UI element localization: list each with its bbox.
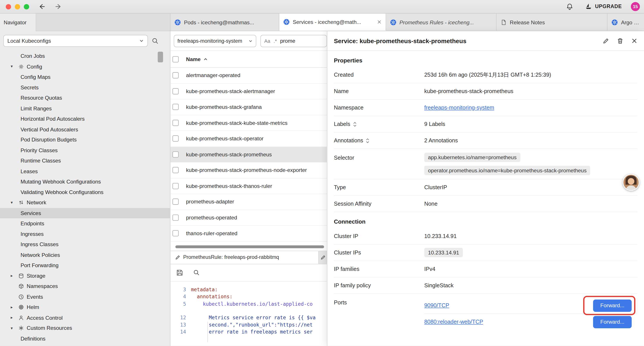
sidebar-group-helm[interactable]: ▸ Helm bbox=[0, 302, 170, 313]
property-label: Annotations bbox=[334, 137, 363, 144]
property-label: Labels bbox=[334, 121, 350, 127]
sidebar-item-horizontal-pod-autoscalers[interactable]: Horizontal Pod Autoscalers bbox=[0, 114, 170, 124]
row-checkbox[interactable] bbox=[172, 151, 179, 157]
sidebar-item-services[interactable]: Services bbox=[0, 208, 170, 218]
sort-ascending-icon[interactable] bbox=[204, 57, 208, 61]
table-row[interactable]: kube-prometheus-stack-operator bbox=[170, 131, 327, 147]
sidebar-group-network[interactable]: ▾ Network bbox=[0, 197, 170, 208]
expand-collapse-icon[interactable] bbox=[353, 121, 357, 127]
table-row-selected[interactable]: kube-prometheus-stack-prometheus bbox=[170, 147, 327, 162]
sidebar-item-ingress-classes[interactable]: Ingress Classes bbox=[0, 239, 170, 250]
sidebar-item-endpoints[interactable]: Endpoints bbox=[0, 218, 170, 229]
row-checkbox[interactable] bbox=[172, 104, 179, 110]
sidebar-group-custom-resources[interactable]: ▾ Custom Resources bbox=[0, 323, 170, 334]
row-checkbox[interactable] bbox=[172, 72, 179, 78]
tab-services[interactable]: Services - icecheng@math... bbox=[279, 13, 386, 31]
table-row[interactable]: kube-prometheus-stack-thanos-ruler bbox=[170, 178, 327, 194]
sidebar-item-secrets[interactable]: Secrets bbox=[0, 82, 170, 93]
forward-port-button[interactable]: Forward... bbox=[593, 299, 632, 312]
sidebar-item-runtime-classes[interactable]: Runtime Classes bbox=[0, 155, 170, 166]
resource-tree: Cron Jobs ▾ Config Config Maps Secrets R… bbox=[0, 50, 170, 344]
labels-count[interactable]: 9 Labels bbox=[424, 121, 638, 127]
editor-tab-prometheusrule[interactable]: PrometheusRule: freeleaps-prod-rabbitmq bbox=[170, 251, 319, 264]
row-checkbox[interactable] bbox=[172, 120, 179, 126]
sidebar-scrollbar-thumb[interactable] bbox=[158, 52, 163, 62]
sidebar-group-config[interactable]: ▾ Config bbox=[0, 61, 170, 72]
table-row[interactable]: kube-prometheus-stack-prometheus-node-ex… bbox=[170, 162, 327, 178]
sidebar-item-priority-classes[interactable]: Priority Classes bbox=[0, 145, 170, 155]
annotations-count[interactable]: 2 Annotations bbox=[424, 137, 638, 144]
table-row[interactable]: kube-prometheus-stack-alertmanager bbox=[170, 83, 327, 99]
sidebar-item-network-policies[interactable]: Network Policies bbox=[0, 250, 170, 260]
sidebar-item-resource-quotas[interactable]: Resource Quotas bbox=[0, 93, 170, 103]
port-link-8080[interactable]: 8080:reloader-web/TCP bbox=[424, 319, 483, 325]
horizontal-scrollbar-thumb[interactable] bbox=[175, 245, 324, 248]
sidebar-item-config-maps[interactable]: Config Maps bbox=[0, 72, 170, 82]
chevron-down-icon bbox=[139, 38, 144, 43]
port-link-9090[interactable]: 9090/TCP bbox=[424, 303, 449, 309]
sidebar-item-vertical-pod-autoscalers[interactable]: Vertical Pod Autoscalers bbox=[0, 124, 170, 135]
sidebar-group-events[interactable]: Events bbox=[0, 292, 170, 302]
match-case-toggle[interactable]: Aa bbox=[264, 38, 270, 43]
row-checkbox[interactable] bbox=[172, 136, 179, 142]
notification-count-badge[interactable]: 15 bbox=[631, 2, 640, 11]
property-label: Cluster IPs bbox=[334, 249, 424, 256]
forward-port-button[interactable]: Forward... bbox=[593, 316, 632, 328]
search-input[interactable]: Aa .* prome bbox=[260, 34, 327, 47]
yaml-editor[interactable]: 3metadata: 4 annotations: 5 kubectl.kube… bbox=[170, 281, 327, 336]
upgrade-button[interactable]: UPGRADE bbox=[585, 3, 622, 10]
row-checkbox[interactable] bbox=[172, 230, 179, 237]
sidebar-search-icon[interactable] bbox=[152, 37, 158, 44]
row-checkbox[interactable] bbox=[172, 167, 179, 173]
close-tab-icon[interactable] bbox=[377, 20, 382, 24]
table-row[interactable]: prometheus-operated bbox=[170, 210, 327, 226]
table-row[interactable]: alertmanager-operated bbox=[170, 68, 327, 83]
regex-toggle[interactable]: .* bbox=[274, 38, 277, 43]
editor-tab-next[interactable] bbox=[319, 251, 327, 264]
column-header-name[interactable]: Name bbox=[186, 56, 200, 62]
minimize-window-button[interactable] bbox=[15, 4, 20, 9]
avatar[interactable] bbox=[623, 174, 640, 191]
expand-collapse-icon[interactable] bbox=[366, 138, 370, 143]
close-icon[interactable] bbox=[631, 38, 638, 44]
row-checkbox[interactable] bbox=[172, 199, 179, 205]
forward-button[interactable] bbox=[54, 3, 62, 10]
sidebar-item-mutating-webhook-configurations[interactable]: Mutating Webhook Configurations bbox=[0, 177, 170, 187]
notifications-bell-icon[interactable] bbox=[566, 3, 573, 10]
close-window-button[interactable] bbox=[6, 4, 11, 9]
row-checkbox[interactable] bbox=[172, 214, 179, 221]
kubeconfig-dropdown[interactable]: Local Kubeconfigs bbox=[3, 34, 148, 46]
property-label: Namespace bbox=[334, 105, 424, 111]
sidebar-item-validating-webhook-configurations[interactable]: Validating Webhook Configurations bbox=[0, 187, 170, 197]
sidebar-group-namespaces[interactable]: Namespaces bbox=[0, 281, 170, 292]
edit-icon[interactable] bbox=[602, 37, 609, 44]
save-icon[interactable] bbox=[176, 269, 183, 276]
sidebar-group-storage[interactable]: ▸ Storage bbox=[0, 271, 170, 281]
back-button[interactable] bbox=[38, 3, 46, 10]
tab-prometheus-rules[interactable]: Prometheus Rules - icecheng... bbox=[386, 13, 496, 31]
table-row[interactable]: thanos-ruler-operated bbox=[170, 226, 327, 242]
row-checkbox[interactable] bbox=[172, 88, 179, 94]
select-all-checkbox[interactable] bbox=[172, 56, 179, 62]
tab-argo[interactable]: Argo S... bbox=[608, 13, 644, 31]
table-row[interactable]: kube-prometheus-stack-kube-state-metrics bbox=[170, 115, 327, 131]
tab-pods[interactable]: Pods - icecheng@mathmas... bbox=[170, 13, 279, 31]
namespace-dropdown[interactable]: freeleaps-monitoring-system bbox=[174, 34, 256, 47]
sidebar-item-pod-disruption-budgets[interactable]: Pod Disruption Budgets bbox=[0, 135, 170, 145]
sidebar-item-limit-ranges[interactable]: Limit Ranges bbox=[0, 103, 170, 114]
sidebar-item-port-forwarding[interactable]: Port Forwarding bbox=[0, 260, 170, 271]
sidebar-group-access-control[interactable]: ▸ Access Control bbox=[0, 313, 170, 323]
table-row[interactable]: kube-prometheus-stack-grafana bbox=[170, 99, 327, 115]
row-checkbox[interactable] bbox=[172, 183, 179, 189]
namespace-link[interactable]: freeleaps-monitoring-system bbox=[424, 105, 494, 111]
table-row[interactable]: prometheus-adapter bbox=[170, 194, 327, 210]
sidebar-item-definitions[interactable]: Definitions bbox=[0, 333, 170, 344]
sidebar-item-ingresses[interactable]: Ingresses bbox=[0, 229, 170, 239]
zoom-window-button[interactable] bbox=[24, 4, 29, 9]
tab-release-notes[interactable]: Release Notes bbox=[497, 13, 608, 31]
editor-search-icon[interactable] bbox=[193, 269, 200, 276]
delete-icon[interactable] bbox=[617, 37, 624, 44]
sidebar-item-cron-jobs[interactable]: Cron Jobs bbox=[0, 51, 170, 61]
tab-navigator[interactable]: Navigator bbox=[0, 13, 36, 31]
sidebar-item-leases[interactable]: Leases bbox=[0, 166, 170, 177]
